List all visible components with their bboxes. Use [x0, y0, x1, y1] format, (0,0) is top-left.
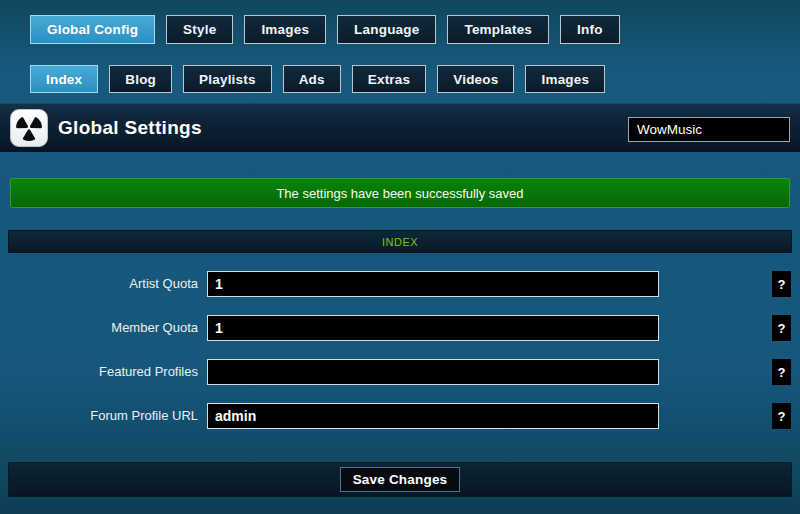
footer-bar: Save Changes: [8, 462, 792, 497]
tab-images[interactable]: Images: [244, 15, 326, 44]
header-bar: Global Settings: [0, 103, 800, 152]
primary-nav: Global Config Style Images Language Temp…: [30, 15, 620, 44]
section-title: INDEX: [382, 236, 418, 248]
member-quota-label: Member Quota: [0, 320, 198, 335]
featured-profiles-label: Featured Profiles: [0, 364, 198, 379]
subtab-videos[interactable]: Videos: [437, 65, 514, 93]
artist-quota-help-button[interactable]: ?: [772, 271, 791, 297]
member-quota-input[interactable]: [207, 315, 659, 341]
radiation-icon: [10, 109, 48, 147]
site-name-input[interactable]: [628, 117, 790, 142]
form-row-featured-profiles: Featured Profiles ?: [0, 359, 800, 385]
forum-profile-url-label: Forum Profile URL: [0, 408, 198, 423]
tab-style[interactable]: Style: [166, 15, 233, 44]
tab-language[interactable]: Language: [337, 15, 436, 44]
subtab-extras[interactable]: Extras: [352, 65, 426, 93]
secondary-nav: Index Blog Playlists Ads Extras Videos I…: [30, 65, 605, 93]
form-row-member-quota: Member Quota ?: [0, 315, 800, 341]
member-quota-help-button[interactable]: ?: [772, 315, 791, 341]
section-header: INDEX: [8, 230, 792, 253]
subtab-blog[interactable]: Blog: [109, 65, 172, 93]
form-row-artist-quota: Artist Quota ?: [0, 271, 800, 297]
subtab-ads[interactable]: Ads: [283, 65, 341, 93]
tab-templates[interactable]: Templates: [447, 15, 549, 44]
subtab-index[interactable]: Index: [30, 65, 98, 93]
artist-quota-input[interactable]: [207, 271, 659, 297]
subtab-images[interactable]: Images: [525, 65, 605, 93]
tab-info[interactable]: Info: [560, 15, 620, 44]
forum-profile-url-input[interactable]: [207, 403, 659, 429]
tab-global-config[interactable]: Global Config: [30, 15, 155, 44]
artist-quota-label: Artist Quota: [0, 276, 198, 291]
success-alert: The settings have been successfully save…: [10, 178, 790, 208]
success-alert-text: The settings have been successfully save…: [276, 186, 523, 201]
featured-profiles-input[interactable]: [207, 359, 659, 385]
page-title: Global Settings: [58, 117, 202, 139]
subtab-playlists[interactable]: Playlists: [183, 65, 272, 93]
save-changes-button[interactable]: Save Changes: [340, 467, 461, 492]
global-settings-page: Global Config Style Images Language Temp…: [0, 0, 800, 514]
forum-profile-url-help-button[interactable]: ?: [772, 403, 791, 429]
form-row-forum-profile-url: Forum Profile URL ?: [0, 403, 800, 429]
featured-profiles-help-button[interactable]: ?: [772, 359, 791, 385]
